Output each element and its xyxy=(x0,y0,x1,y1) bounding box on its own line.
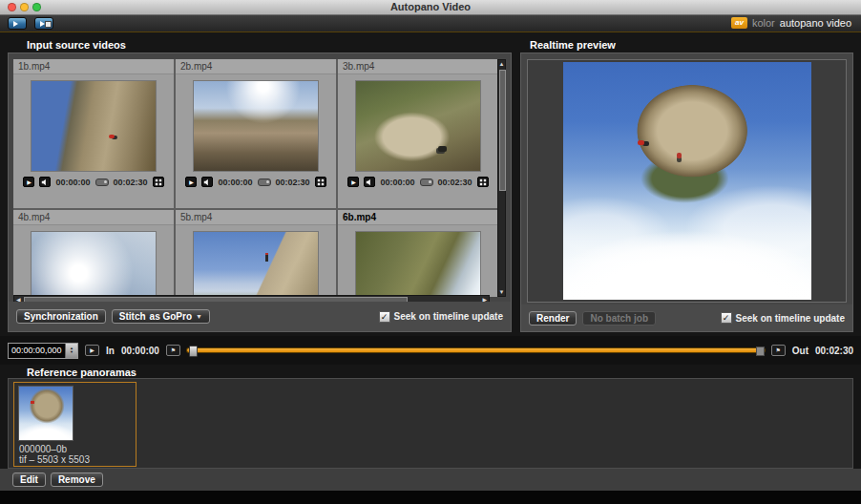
render-button[interactable]: Render xyxy=(529,311,577,326)
preview-panorama-image xyxy=(563,62,811,300)
video-end-time: 00:02:30 xyxy=(114,178,148,187)
out-label: Out xyxy=(792,346,808,356)
av-logo-icon: av xyxy=(731,17,747,29)
video-grid: 1b.mp4 ▶ 00:00:00 00:02:30 2b.mp4 xyxy=(13,59,498,297)
reference-panel-footer: Edit Remove xyxy=(0,469,861,491)
seek-timeline-checkbox-left[interactable]: ✓ Seek on timeline update xyxy=(379,311,503,323)
stitch-label: Stitch xyxy=(119,311,146,322)
app-window: Autopano Video av kolor autopano video I… xyxy=(0,0,861,504)
preview-panel: Render No batch job ✓ Seek on timeline u… xyxy=(520,52,853,332)
reference-panorama-item[interactable]: 000000–0b tif – 5503 x 5503 xyxy=(13,382,136,467)
remove-button[interactable]: Remove xyxy=(51,472,103,487)
video-end-time: 00:02:30 xyxy=(438,178,472,187)
titlebar: Autopano Video xyxy=(0,0,861,15)
video-cell-4b[interactable]: 4b.mp4 xyxy=(13,210,174,297)
play-icon[interactable]: ▶ xyxy=(23,177,34,187)
sync-toggle-icon[interactable] xyxy=(258,178,271,186)
in-label: In xyxy=(106,346,115,356)
preview-panel-title: Realtime preview xyxy=(530,39,616,51)
window-title: Autopano Video xyxy=(0,1,861,12)
video-filename: 1b.mp4 xyxy=(13,59,174,74)
timeline-bar: 00:00:00,000 ▲ ▼ ▶ In 00:00:00 ⚑ ⚑ Out 0… xyxy=(0,336,861,365)
goto-in-button[interactable]: ▶ xyxy=(85,345,99,356)
playhead-handle[interactable] xyxy=(189,346,198,357)
add-badge-icon xyxy=(45,21,52,28)
timeline-slider[interactable] xyxy=(187,344,765,357)
scroll-up-icon[interactable]: ▲ xyxy=(498,60,505,68)
video-filename: 3b.mp4 xyxy=(338,59,498,74)
checkbox-label: Seek on timeline update xyxy=(736,313,845,324)
chevron-down-icon: ▼ xyxy=(196,313,202,320)
brand-product: autopano video xyxy=(780,17,851,29)
video-thumbnail xyxy=(355,80,481,172)
reference-panorama-name: 000000–0b xyxy=(19,444,67,454)
open-videos-icon[interactable] xyxy=(8,17,27,30)
timecode-spinbox[interactable]: 00:00:00,000 ▲ ▼ xyxy=(8,343,78,359)
video-cell-5b[interactable]: 5b.mp4 xyxy=(176,210,336,297)
stitch-mode-label: as GoPro xyxy=(150,311,192,322)
video-cell-3b[interactable]: 3b.mp4 ▶ 00:00:00 00:02:30 xyxy=(338,59,498,208)
video-thumbnail xyxy=(193,231,319,297)
window-bottom-margin xyxy=(0,491,861,504)
video-filename: 2b.mp4 xyxy=(176,59,336,74)
video-filename: 4b.mp4 xyxy=(13,210,174,225)
video-cell-1b[interactable]: 1b.mp4 ▶ 00:00:00 00:02:30 xyxy=(13,59,174,208)
preview-panel-footer: Render No batch job ✓ Seek on timeline u… xyxy=(521,304,852,331)
input-panel-title: Input source videos xyxy=(27,39,126,51)
video-start-time: 00:00:00 xyxy=(55,178,90,187)
audio-icon[interactable] xyxy=(364,177,375,187)
input-panel: 1b.mp4 ▶ 00:00:00 00:02:30 2b.mp4 xyxy=(8,52,512,332)
input-panel-footer: Synchronization Stitch as GoPro ▼ ✓ Seek… xyxy=(9,302,511,331)
fullscreen-icon[interactable] xyxy=(315,177,326,187)
preview-viewport xyxy=(527,59,847,303)
set-in-point-button[interactable]: ⚑ xyxy=(166,345,180,356)
video-filename: 6b.mp4 xyxy=(338,210,498,225)
scroll-down-icon[interactable]: ▼ xyxy=(498,288,505,296)
audio-icon[interactable] xyxy=(39,177,51,187)
checkbox-label: Seek on timeline update xyxy=(394,311,503,322)
video-thumbnail xyxy=(193,80,319,172)
reference-panel-title: Reference panoramas xyxy=(27,367,136,378)
play-icon[interactable]: ▶ xyxy=(347,177,359,187)
reference-panorama-list: 000000–0b tif – 5503 x 5503 xyxy=(8,378,853,469)
video-end-time: 00:02:30 xyxy=(276,178,310,187)
video-start-time: 00:00:00 xyxy=(380,178,414,187)
add-videos-icon[interactable] xyxy=(34,17,53,30)
sync-toggle-icon[interactable] xyxy=(420,178,433,186)
timecode-value[interactable]: 00:00:00,000 xyxy=(9,344,65,358)
fullscreen-icon[interactable] xyxy=(153,177,164,187)
timecode-stepper[interactable]: ▲ ▼ xyxy=(65,344,77,358)
fullscreen-icon[interactable] xyxy=(477,177,489,187)
sync-toggle-icon[interactable] xyxy=(95,178,109,186)
out-point-marker[interactable] xyxy=(756,346,765,356)
checkbox-check-icon: ✓ xyxy=(379,311,390,323)
in-time: 00:00:00 xyxy=(121,346,159,356)
video-cell-2b[interactable]: 2b.mp4 ▶ 00:00:00 00:02:30 xyxy=(176,59,336,208)
toolbar: av kolor autopano video xyxy=(0,15,861,32)
play-icon[interactable]: ▶ xyxy=(185,177,197,187)
play-glyph-icon xyxy=(13,21,18,27)
reference-panorama-info: tif – 5503 x 5503 xyxy=(19,454,90,465)
checkbox-check-icon: ✓ xyxy=(721,312,732,324)
video-start-time: 00:00:00 xyxy=(218,178,252,187)
brand-kolor: kolor xyxy=(752,17,775,29)
video-filename: 5b.mp4 xyxy=(176,210,336,225)
vertical-scroll-thumb[interactable] xyxy=(499,70,506,191)
spin-down-icon[interactable]: ▼ xyxy=(70,350,74,354)
video-cell-6b[interactable]: 6b.mp4 xyxy=(338,210,498,297)
edit-button[interactable]: Edit xyxy=(12,472,46,487)
no-batch-job-button: No batch job xyxy=(582,311,656,326)
timeline-track[interactable] xyxy=(187,348,765,352)
video-thumbnail xyxy=(31,80,157,172)
reference-panorama-thumbnail xyxy=(18,386,74,441)
stitch-button[interactable]: Stitch as GoPro ▼ xyxy=(112,309,210,324)
brand-logo: av kolor autopano video xyxy=(731,17,851,29)
set-out-point-button[interactable]: ⚑ xyxy=(771,345,786,356)
vertical-scrollbar[interactable]: ▲ ▼ xyxy=(497,59,506,297)
seek-timeline-checkbox-right[interactable]: ✓ Seek on timeline update xyxy=(721,312,845,324)
audio-icon[interactable] xyxy=(201,177,213,187)
out-time: 00:02:30 xyxy=(815,346,853,356)
video-thumbnail xyxy=(355,231,481,297)
video-thumbnail xyxy=(31,231,157,297)
synchronization-button[interactable]: Synchronization xyxy=(16,309,106,324)
